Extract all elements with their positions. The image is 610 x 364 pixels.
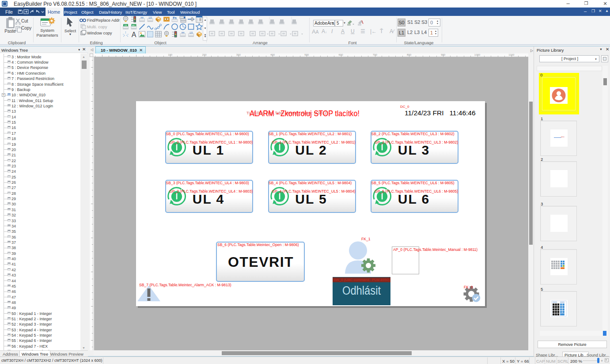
svg-text:Fn: Fn: [173, 16, 177, 19]
svg-text:A: A: [132, 31, 136, 38]
svg-text:123: 123: [189, 32, 193, 34]
svg-text:HH: HH: [140, 17, 144, 19]
svg-text:123: 123: [148, 17, 152, 19]
svg-text:ABC: ABC: [132, 24, 136, 27]
svg-text:999: 999: [124, 24, 127, 27]
svg-text:HH: HH: [182, 32, 185, 34]
